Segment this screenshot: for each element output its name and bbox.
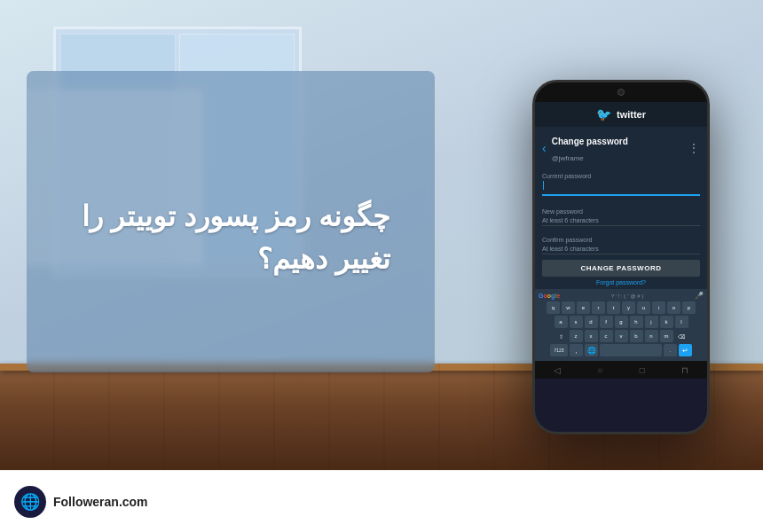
key-e[interactable]: e [577,301,590,314]
keyboard-bottom-row: 7123 , 🌐 . ↵ [537,344,705,356]
text-cursor [543,181,544,190]
key-i[interactable]: i [652,301,665,314]
more-options-icon[interactable]: ⋮ [688,141,700,155]
page-wrapper: چگونه رمز پسورد توییتر را تغییر دهیم؟ 🐦 … [0,0,763,532]
key-g[interactable]: g [615,316,628,328]
key-a[interactable]: a [555,316,568,328]
twitter-logo-icon: 🐦 [596,107,611,121]
persian-text-block: چگونه رمز پسورد توییتر را تغییر دهیم؟ [53,195,390,280]
key-u[interactable]: u [637,301,650,314]
globe-key[interactable]: 🌐 [585,344,598,356]
persian-heading: چگونه رمز پسورد توییتر را تغییر دهیم؟ [53,195,390,280]
new-password-label: New password [542,208,583,215]
key-s[interactable]: s [570,316,583,328]
change-password-button[interactable]: CHANGE PASSWORD [542,260,700,277]
key-t[interactable]: t [607,301,620,314]
footer-logo-circle: 🌐 [14,486,46,518]
key-b[interactable]: b [630,330,643,342]
phone-nav-bar: ◁ ○ □ ⊓ [535,361,707,379]
cp-screen-title: Change password [552,137,628,146]
key-o[interactable]: o [667,301,680,314]
space-key[interactable] [600,344,662,356]
key-z[interactable]: z [570,330,583,342]
backspace-key[interactable]: ⌫ [675,330,688,342]
cp-username: @jwframe [552,154,584,162]
globe-logo-icon: 🌐 [20,492,40,512]
nav-extra-button[interactable]: ⊓ [681,365,688,375]
new-password-field[interactable]: New password At least 6 characters [542,201,700,226]
phone-wrapper: 🐦 twitter ‹ Change password @jwframe ⋮ [532,80,710,434]
numbers-key[interactable]: 7123 [550,344,568,356]
confirm-password-hint: At least 6 characters [542,246,700,252]
key-n[interactable]: n [645,330,658,342]
key-p[interactable]: p [682,301,696,314]
key-k[interactable]: k [660,316,673,328]
key-d[interactable]: d [585,316,598,328]
nav-back-button[interactable]: ◁ [554,365,561,375]
new-password-hint: At least 6 characters [542,217,700,223]
microphone-icon[interactable]: 🎤 [695,292,704,300]
phone-camera [617,89,625,96]
comma-key[interactable]: , [570,344,583,356]
google-icon: Google [539,293,560,299]
keyboard-numbers-top: ? ' ! : ( ˜ @ # ) [611,293,644,299]
new-password-input: New password At least 6 characters [542,201,700,226]
cp-top-bar: ‹ Change password @jwframe ⋮ [535,127,707,169]
forgot-password-link[interactable]: Forgot password? [542,279,700,286]
key-h[interactable]: h [630,316,643,328]
current-password-label: Current password [542,173,700,179]
key-c[interactable]: c [600,330,613,342]
key-q[interactable]: q [547,301,560,314]
key-m[interactable]: m [660,330,673,342]
period-key[interactable]: . [664,344,677,356]
hero-section: چگونه رمز پسورد توییتر را تغییر دهیم؟ 🐦 … [0,0,763,470]
twitter-header: 🐦 twitter [535,102,707,127]
key-v[interactable]: v [615,330,628,342]
phone-mockup: 🐦 twitter ‹ Change password @jwframe ⋮ [532,80,710,434]
twitter-app-name: twitter [617,109,646,120]
confirm-password-label: Confirm password [542,237,592,243]
key-y[interactable]: y [622,301,635,314]
key-f[interactable]: f [600,316,613,328]
confirm-password-field[interactable]: Confirm password At least 6 characters [542,230,700,254]
cp-title-block: Change password @jwframe [547,132,688,164]
key-r[interactable]: r [592,301,605,314]
current-password-field[interactable]: Current password [542,173,700,196]
keyboard-top-row: Google ? ' ! : ( ˜ @ # ) 🎤 [537,292,705,300]
key-l[interactable]: l [675,316,688,328]
footer: 🌐 Followeran.com [0,470,763,532]
shift-key[interactable]: ⇧ [555,330,568,342]
nav-recent-button[interactable]: □ [640,365,645,375]
on-screen-keyboard: Google ? ' ! : ( ˜ @ # ) 🎤 q w e r t [535,289,707,361]
keyboard-row-2: a s d f g h j k l [537,316,705,328]
key-j[interactable]: j [645,316,658,328]
footer-site-name[interactable]: Followeran.com [53,495,148,509]
phone-top-bar [535,82,707,102]
nav-home-button[interactable]: ○ [597,365,602,375]
key-w[interactable]: w [562,301,575,314]
enter-key[interactable]: ↵ [679,344,692,356]
key-x[interactable]: x [585,330,598,342]
current-password-value [542,179,700,192]
confirm-password-input: Confirm password At least 6 characters [542,230,700,254]
keyboard-row-1: q w e r t y u i o p [537,301,705,314]
cp-form: Current password New password At least 6… [535,169,707,289]
keyboard-row-3: ⇧ z x c v b n m ⌫ [537,330,705,342]
change-password-screen: ‹ Change password @jwframe ⋮ Current pas… [535,127,707,361]
